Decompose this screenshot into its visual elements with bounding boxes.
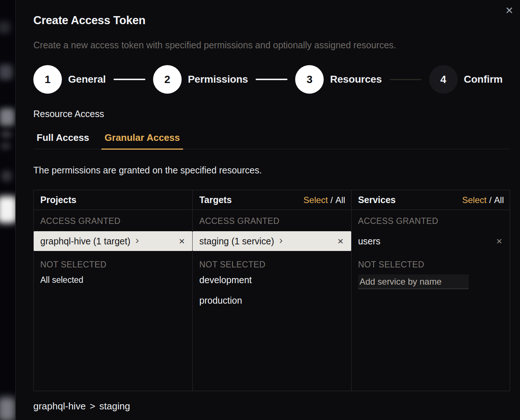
step-4-label: Confirm bbox=[464, 74, 503, 85]
access-mode-tabs: Full Access Granular Access bbox=[33, 132, 510, 149]
close-icon[interactable]: ✕ bbox=[504, 4, 515, 17]
targets-column: Targets Select / All ACCESS GRANTED stag… bbox=[192, 190, 351, 391]
backdrop-blur-artifact bbox=[0, 108, 15, 126]
targets-column-header: Targets Select / All bbox=[193, 190, 351, 210]
step-connector bbox=[256, 79, 287, 80]
select-all-divider: / bbox=[330, 195, 333, 205]
tab-granular-access[interactable]: Granular Access bbox=[101, 132, 183, 150]
resource-selection-table: Projects ACCESS GRANTED graphql-hive (1 … bbox=[33, 190, 510, 391]
target-item-development[interactable]: development bbox=[193, 270, 351, 290]
service-granted-name: users bbox=[358, 236, 380, 247]
modal-title: Create Access Token bbox=[33, 13, 510, 27]
backdrop-blur-artifact bbox=[1, 131, 12, 138]
resource-access-heading: Resource Access bbox=[33, 108, 510, 120]
backdrop-blur-artifact bbox=[0, 196, 15, 223]
step-connector bbox=[390, 79, 421, 80]
remove-target-icon[interactable]: ✕ bbox=[337, 237, 345, 246]
backdrop-blur-artifact bbox=[1, 143, 10, 149]
service-granted-row: users ✕ bbox=[352, 231, 510, 251]
services-select-all: Select / All bbox=[462, 195, 504, 205]
targets-not-selected-label: NOT SELECTED bbox=[199, 260, 344, 270]
breadcrumb-target: staging bbox=[99, 401, 130, 412]
project-granted-row[interactable]: graphql-hive (1 target) › ✕ bbox=[34, 231, 192, 251]
chevron-right-icon: › bbox=[135, 235, 139, 245]
selection-breadcrumb: graphql-hive > staging bbox=[33, 401, 510, 412]
step-3-label: Resources bbox=[330, 74, 382, 85]
projects-access-granted-label: ACCESS GRANTED bbox=[40, 216, 186, 226]
step-3-circle: 3 bbox=[295, 65, 324, 94]
projects-not-selected-label: NOT SELECTED bbox=[40, 260, 186, 270]
services-all-link[interactable]: All bbox=[494, 195, 504, 205]
step-1-label: General bbox=[68, 74, 106, 85]
add-service-input[interactable] bbox=[358, 274, 469, 289]
target-item-production[interactable]: production bbox=[193, 290, 351, 311]
backdrop-blur-artifact bbox=[0, 21, 10, 34]
all-selected-note: All selected bbox=[40, 275, 186, 285]
step-permissions[interactable]: 2 Permissions bbox=[153, 65, 248, 94]
breadcrumb-separator: > bbox=[90, 401, 95, 412]
create-access-token-modal: ✕ Create Access Token Create a new acces… bbox=[15, 0, 520, 420]
granular-access-description: The permissions are granted on the speci… bbox=[33, 165, 510, 176]
backdrop-blur-artifact bbox=[0, 397, 15, 420]
targets-select-link[interactable]: Select bbox=[304, 195, 328, 205]
chevron-right-icon: › bbox=[279, 235, 283, 245]
remove-project-icon[interactable]: ✕ bbox=[178, 237, 186, 246]
select-all-divider: / bbox=[489, 195, 492, 205]
backdrop-blur-artifact bbox=[0, 64, 12, 80]
step-2-circle: 2 bbox=[153, 65, 182, 94]
projects-header-title: Projects bbox=[40, 195, 77, 205]
step-4-circle: 4 bbox=[429, 65, 458, 94]
page-backdrop bbox=[0, 0, 15, 420]
remove-service-icon[interactable]: ✕ bbox=[495, 237, 503, 246]
services-header-title: Services bbox=[358, 195, 396, 205]
targets-header-title: Targets bbox=[199, 195, 231, 205]
backdrop-blur-artifact bbox=[1, 170, 12, 181]
modal-subtitle: Create a new access token with specified… bbox=[33, 40, 510, 51]
step-2-label: Permissions bbox=[188, 74, 248, 85]
services-select-link[interactable]: Select bbox=[462, 195, 487, 205]
targets-select-all: Select / All bbox=[304, 195, 345, 205]
services-column: Services Select / All ACCESS GRANTED use… bbox=[351, 190, 510, 391]
services-access-granted-label: ACCESS GRANTED bbox=[358, 216, 503, 226]
step-1-circle: 1 bbox=[33, 65, 62, 94]
step-resources[interactable]: 3 Resources bbox=[295, 65, 382, 94]
projects-column-header: Projects bbox=[34, 190, 192, 210]
project-granted-name: graphql-hive (1 target) bbox=[40, 236, 130, 247]
step-general[interactable]: 1 General bbox=[33, 65, 106, 94]
target-granted-row[interactable]: staging (1 service) › ✕ bbox=[193, 231, 351, 251]
services-not-selected-label: NOT SELECTED bbox=[358, 260, 503, 270]
breadcrumb-project: graphql-hive bbox=[33, 401, 86, 412]
target-granted-name: staging (1 service) bbox=[199, 236, 274, 247]
step-confirm[interactable]: 4 Confirm bbox=[429, 65, 503, 94]
targets-all-link[interactable]: All bbox=[335, 195, 345, 205]
services-column-header: Services Select / All bbox=[352, 190, 510, 210]
projects-column: Projects ACCESS GRANTED graphql-hive (1 … bbox=[34, 190, 192, 391]
step-connector bbox=[114, 79, 145, 80]
tab-full-access[interactable]: Full Access bbox=[33, 132, 93, 150]
targets-access-granted-label: ACCESS GRANTED bbox=[199, 216, 344, 226]
wizard-stepper: 1 General 2 Permissions 3 Resources 4 Co… bbox=[33, 65, 510, 94]
